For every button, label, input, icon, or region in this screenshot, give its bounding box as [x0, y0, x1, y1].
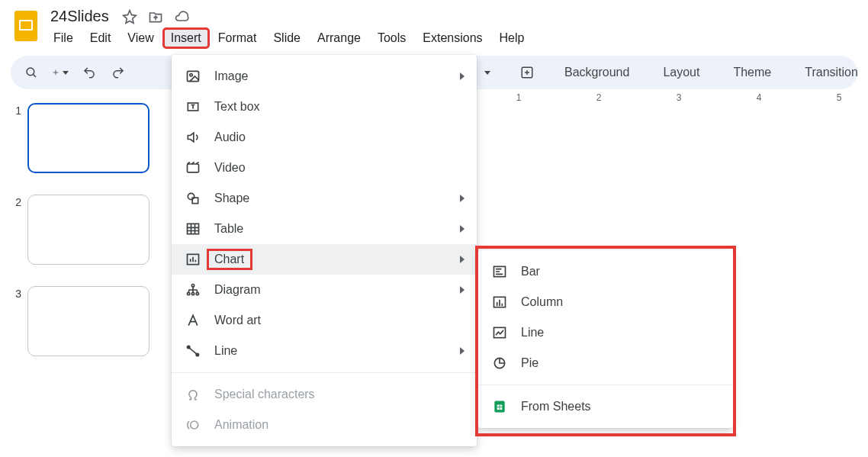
slides-logo-icon	[11, 9, 41, 47]
undo-button[interactable]	[76, 60, 102, 85]
submenu-item-from-sheets[interactable]: From Sheets	[478, 391, 733, 422]
sheets-icon	[490, 397, 509, 416]
table-icon	[184, 220, 202, 238]
svg-point-19	[191, 421, 198, 429]
ruler-tick: 5	[837, 92, 842, 103]
ruler-tick: 2	[596, 92, 602, 103]
submenu-item-pie[interactable]: Pie	[478, 348, 733, 378]
menubar: File Edit View Insert Format Slide Arran…	[44, 28, 532, 48]
search-button[interactable]	[18, 60, 44, 85]
svg-rect-5	[188, 71, 199, 81]
theme-button[interactable]: Theme	[724, 66, 780, 79]
ruler-tick: 4	[757, 92, 762, 103]
special-characters-icon	[184, 385, 202, 404]
menu-item-video[interactable]: Video	[172, 153, 477, 183]
menu-help[interactable]: Help	[492, 28, 532, 48]
submenu-item-bar[interactable]: Bar	[478, 256, 733, 287]
redo-button[interactable]	[105, 60, 131, 85]
menu-item-wordart[interactable]: Word art	[172, 305, 477, 336]
menu-extensions[interactable]: Extensions	[415, 28, 490, 48]
menu-item-animation: Animation	[172, 410, 477, 440]
background-button[interactable]: Background	[555, 66, 638, 79]
svg-point-13	[191, 285, 194, 287]
menu-arrange[interactable]: Arrange	[310, 28, 368, 48]
svg-point-3	[27, 68, 34, 76]
audio-icon	[184, 128, 202, 146]
thumbnail-number: 2	[11, 195, 21, 265]
layout-button[interactable]: Layout	[654, 66, 709, 79]
menu-item-label: Special characters	[214, 388, 465, 401]
menu-item-label: Table	[214, 222, 460, 236]
line-chart-icon	[490, 323, 509, 342]
menu-insert[interactable]: Insert	[163, 28, 209, 48]
doc-title[interactable]: 24Slides	[47, 6, 112, 27]
transition-button[interactable]: Transition	[796, 66, 867, 79]
ruler: 1 2 3 4 5	[473, 89, 868, 108]
svg-rect-8	[188, 164, 199, 172]
add-comment-button[interactable]	[514, 60, 540, 85]
thumbnail-number: 1	[11, 103, 21, 173]
menu-format[interactable]: Format	[211, 28, 265, 48]
zoom-dropdown[interactable]	[473, 60, 499, 85]
menu-item-label: Bar	[521, 265, 721, 278]
submenu-item-column[interactable]: Column	[478, 287, 733, 317]
diagram-icon	[184, 281, 202, 299]
menu-item-label: Animation	[214, 418, 465, 432]
menu-item-shape[interactable]: Shape	[172, 183, 477, 214]
animation-icon	[184, 416, 202, 434]
menu-item-label: Line	[214, 344, 460, 358]
menu-divider	[172, 372, 477, 373]
menu-slide[interactable]: Slide	[265, 28, 308, 48]
image-icon	[184, 67, 202, 85]
menu-item-line[interactable]: Line	[172, 336, 477, 366]
menu-item-label: Diagram	[214, 283, 460, 297]
menu-item-label: Chart	[214, 253, 460, 266]
menu-item-image[interactable]: Image	[172, 61, 477, 92]
submenu-arrow-icon	[460, 72, 465, 80]
svg-point-14	[188, 292, 190, 294]
menu-item-table[interactable]: Table	[172, 214, 477, 244]
menu-edit[interactable]: Edit	[82, 28, 119, 48]
menu-item-special-characters: Special characters	[172, 379, 477, 410]
star-icon[interactable]	[121, 8, 138, 25]
svg-rect-27	[500, 405, 500, 410]
svg-rect-2	[21, 21, 31, 29]
chart-submenu: Bar Column Line Pie From Sheets	[478, 250, 733, 428]
move-icon[interactable]	[147, 8, 164, 25]
svg-point-16	[196, 292, 198, 294]
menu-item-diagram[interactable]: Diagram	[172, 275, 477, 305]
menu-item-label: Audio	[214, 130, 465, 144]
menu-item-label: Pie	[521, 356, 721, 370]
submenu-arrow-icon	[460, 347, 465, 355]
svg-rect-11	[188, 224, 199, 233]
insert-dropdown: Image Text box Audio Video Shape Table	[172, 55, 477, 446]
menu-view[interactable]: View	[120, 28, 161, 48]
thumbnail-row[interactable]: 2	[11, 195, 162, 265]
menu-item-label: Text box	[214, 100, 465, 114]
thumbnail-row[interactable]: 1	[11, 103, 162, 173]
menu-item-label: Column	[521, 295, 721, 309]
menu-file[interactable]: File	[46, 28, 81, 48]
video-icon	[184, 159, 202, 177]
slide-thumbnails: 1 2 3	[0, 95, 168, 378]
svg-point-15	[191, 292, 194, 294]
slide-thumbnail[interactable]	[27, 103, 149, 173]
menu-item-textbox[interactable]: Text box	[172, 92, 477, 122]
line-icon	[184, 342, 202, 360]
menu-item-audio[interactable]: Audio	[172, 122, 477, 153]
menu-divider	[478, 385, 733, 385]
new-slide-button[interactable]	[47, 60, 73, 85]
menu-item-label: Word art	[214, 314, 465, 327]
slide-thumbnail[interactable]	[27, 195, 149, 265]
cloud-status-icon[interactable]	[173, 8, 190, 25]
bar-chart-icon	[490, 262, 509, 281]
thumbnail-number: 3	[11, 286, 21, 356]
chart-icon	[184, 250, 202, 269]
slide-thumbnail[interactable]	[27, 286, 149, 356]
submenu-item-line[interactable]: Line	[478, 317, 733, 348]
svg-point-9	[188, 193, 194, 199]
menu-item-chart[interactable]: Chart	[172, 244, 477, 275]
submenu-arrow-icon	[460, 225, 465, 233]
thumbnail-row[interactable]: 3	[11, 286, 162, 356]
menu-tools[interactable]: Tools	[370, 28, 413, 48]
